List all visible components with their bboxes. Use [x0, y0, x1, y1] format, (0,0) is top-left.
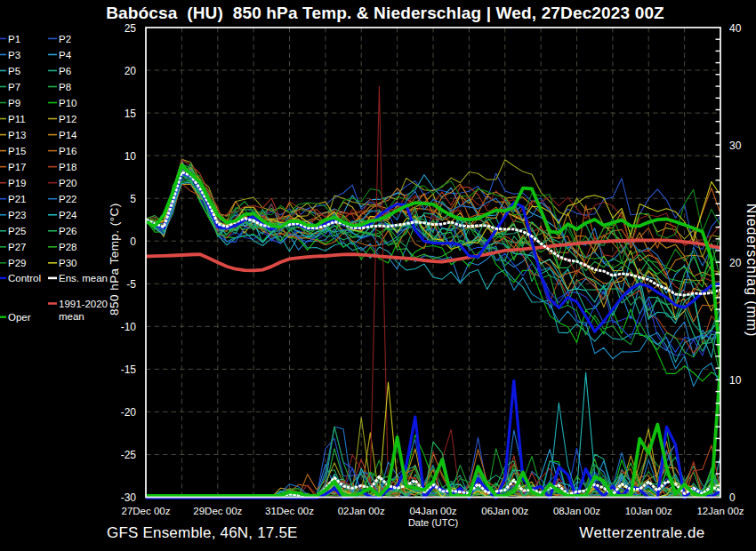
- svg-text:10: 10: [125, 150, 137, 163]
- svg-text:P2: P2: [59, 34, 71, 44]
- svg-text:20: 20: [729, 257, 742, 269]
- svg-text:Wetterzentrale.de: Wetterzentrale.de: [579, 524, 705, 541]
- svg-text:P23: P23: [8, 210, 26, 220]
- svg-text:-25: -25: [121, 449, 137, 461]
- svg-text:GFS Ensemble, 46N, 17.5E: GFS Ensemble, 46N, 17.5E: [107, 524, 298, 541]
- svg-text:Niederschlag (mm): Niederschlag (mm): [744, 204, 756, 337]
- svg-text:P10: P10: [59, 98, 76, 108]
- svg-text:P30: P30: [59, 258, 76, 268]
- svg-text:P9: P9: [8, 98, 20, 108]
- svg-text:29Dec 00z: 29Dec 00z: [193, 506, 242, 516]
- svg-text:25: 25: [125, 22, 137, 35]
- svg-text:06Jan 00z: 06Jan 00z: [481, 506, 528, 516]
- svg-text:mean: mean: [59, 311, 84, 322]
- svg-text:P7: P7: [8, 82, 20, 92]
- svg-text:P24: P24: [59, 210, 77, 220]
- svg-text:P21: P21: [8, 194, 26, 204]
- svg-text:P8: P8: [59, 82, 71, 92]
- svg-text:0: 0: [130, 236, 136, 248]
- svg-text:P20: P20: [59, 178, 76, 188]
- svg-text:02Jan 00z: 02Jan 00z: [338, 506, 385, 516]
- svg-text:P16: P16: [59, 146, 76, 156]
- svg-text:27Dec 00z: 27Dec 00z: [122, 506, 171, 516]
- svg-text:10: 10: [729, 374, 742, 387]
- svg-text:P14: P14: [59, 130, 77, 140]
- svg-text:20: 20: [125, 65, 137, 77]
- svg-text:30: 30: [729, 140, 742, 152]
- svg-text:P19: P19: [8, 178, 26, 188]
- svg-text:P4: P4: [59, 50, 72, 60]
- svg-text:P5: P5: [8, 66, 20, 76]
- svg-text:12Jan 00z: 12Jan 00z: [696, 506, 744, 516]
- svg-text:04Jan 00z: 04Jan 00z: [409, 506, 456, 516]
- svg-text:Oper: Oper: [8, 312, 31, 323]
- svg-text:P15: P15: [8, 146, 26, 156]
- svg-text:31Dec 00z: 31Dec 00z: [265, 506, 314, 516]
- svg-text:850 hPa Temp. (°C): 850 hPa Temp. (°C): [108, 203, 121, 315]
- svg-text:P25: P25: [8, 226, 26, 236]
- svg-text:Date (UTC): Date (UTC): [408, 517, 458, 528]
- svg-text:1991-2020: 1991-2020: [59, 299, 108, 309]
- svg-text:P27: P27: [8, 242, 26, 252]
- svg-text:P28: P28: [59, 242, 76, 252]
- svg-text:P11: P11: [8, 114, 26, 124]
- svg-text:15: 15: [125, 108, 137, 120]
- svg-text:P17: P17: [8, 162, 26, 172]
- svg-text:P18: P18: [59, 162, 76, 172]
- svg-text:Control: Control: [8, 273, 41, 283]
- svg-text:-10: -10: [121, 321, 137, 333]
- svg-text:Babócsa (HU) 850 hPa Temp. &: Babócsa (HU) 850 hPa Temp. & Niederschla…: [106, 4, 664, 22]
- svg-text:-5: -5: [126, 278, 136, 291]
- svg-text:0: 0: [729, 491, 736, 504]
- svg-text:P12: P12: [59, 114, 76, 124]
- svg-text:Ens. mean: Ens. mean: [59, 273, 108, 283]
- svg-text:-15: -15: [121, 363, 137, 376]
- svg-text:P26: P26: [59, 226, 76, 236]
- svg-text:10Jan 00z: 10Jan 00z: [625, 506, 672, 516]
- svg-text:08Jan 00z: 08Jan 00z: [553, 506, 600, 516]
- svg-text:-20: -20: [121, 406, 137, 419]
- svg-text:5: 5: [130, 193, 136, 205]
- svg-text:P22: P22: [59, 194, 76, 204]
- svg-text:P29: P29: [8, 258, 26, 268]
- svg-text:-30: -30: [121, 491, 137, 504]
- svg-text:P1: P1: [8, 34, 20, 44]
- svg-text:P6: P6: [59, 66, 71, 76]
- svg-text:P3: P3: [8, 50, 20, 60]
- svg-text:40: 40: [729, 22, 742, 35]
- svg-text:P13: P13: [8, 130, 26, 140]
